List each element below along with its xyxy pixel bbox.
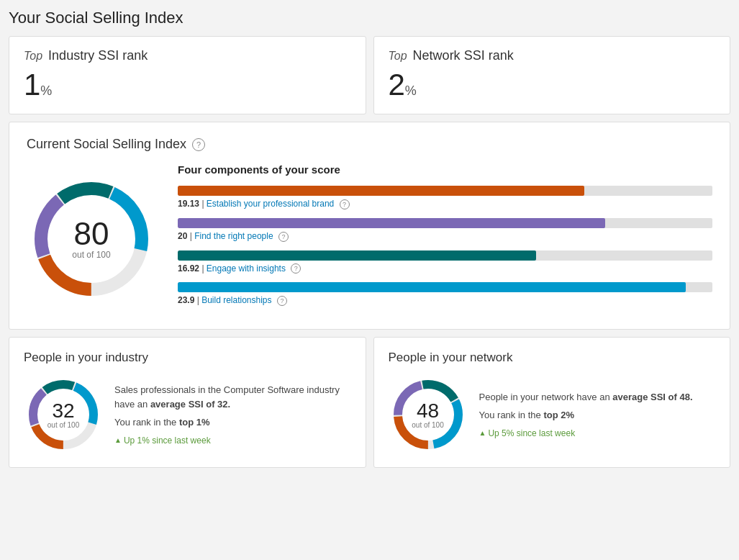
ssi-help-icon[interactable]: ? [192,138,205,151]
industry-rank-value-row: 1% [24,68,351,102]
industry-rank-title: Industry SSI rank [48,48,148,63]
industry-up-indicator: Up 1% since last week [114,434,351,447]
network-rank-card: Top Network SSI rank 2% [373,36,731,114]
component-help-icon-3[interactable]: ? [277,296,287,306]
network-rank-value: 2 [389,68,405,101]
component-link-3[interactable]: Build relationships [201,295,271,305]
component-bar-fill-2 [178,250,536,261]
industry-rank-header: Top Industry SSI rank [24,48,351,63]
component-row-1: 20 | Find the right people ? [178,218,712,242]
industry-people-text: Sales professionals in the Computer Soft… [114,383,351,447]
ssi-card: Current Social Selling Index ? 80 [9,122,730,330]
ssi-donut-chart: 80 out of 100 [27,174,156,304]
component-bar-fill-3 [178,282,686,292]
ssi-content: 80 out of 100 Four components of your sc… [27,163,712,315]
industry-donut-center: 32 out of 100 [47,401,79,429]
component-score-1: 20 [178,231,187,241]
ssi-donut-center: 80 out of 100 [72,218,110,260]
network-score-sub: out of 100 [412,421,443,429]
industry-rank-card: Top Industry SSI rank 1% [9,36,366,114]
component-link-2[interactable]: Engage with insights [207,263,286,274]
components-list: 19.13 | Establish your professional bran… [178,186,712,306]
network-people-content: 48 out of 100 People in your network hav… [389,375,716,454]
industry-top-label: Top [24,50,42,63]
component-score-3: 23.9 [178,295,194,305]
component-bar-fill-1 [178,218,605,228]
network-avg-label: average SSI of 48. [612,392,692,402]
network-rank-header: Top Network SSI rank [389,48,716,63]
network-people-text: People in your network have an average S… [479,390,693,440]
component-link-1[interactable]: Find the right people [194,231,273,241]
component-score-2: 16.92 [178,263,199,274]
component-bar-bg-0 [178,186,712,196]
component-row-3: 23.9 | Build relationships ? [178,282,712,306]
component-label-1: 20 | Find the right people ? [178,231,712,242]
network-people-title: People in your network [389,351,716,365]
component-bar-bg-1 [178,218,712,228]
component-help-icon-1[interactable]: ? [278,232,289,242]
ssi-score: 80 [72,218,110,250]
ssi-title-text: Current Social Selling Index [27,137,186,152]
component-bar-bg-3 [178,282,712,292]
rank-cards-row: Top Industry SSI rank 1% Top Network SSI… [9,36,730,114]
network-desc-p2: You rank in the [479,410,541,420]
ssi-score-sub: out of 100 [72,250,110,260]
industry-avg-label: average SSI of 32. [150,399,230,410]
network-top-label: Top [389,50,407,63]
page-title: Your Social Selling Index [9,9,730,27]
network-rank-pct: % [405,83,417,98]
component-help-icon-0[interactable]: ? [340,199,350,209]
component-score-0: 19.13 [178,199,199,209]
network-mini-donut: 48 out of 100 [389,375,468,454]
network-donut-center: 48 out of 100 [412,401,443,429]
industry-desc-p2: You rank in the [114,417,176,428]
people-cards-row: People in your industry 32 out of 100 Sa… [9,337,730,468]
industry-top-rank: top 1% [179,417,210,428]
component-bar-fill-0 [178,186,584,196]
component-link-0[interactable]: Establish your professional brand [207,199,334,209]
component-help-icon-2[interactable]: ? [291,263,301,274]
industry-rank-pct: % [40,83,52,98]
components-section: Four components of your score 19.13 | Es… [178,163,712,315]
industry-mini-donut: 32 out of 100 [24,375,103,454]
industry-people-content: 32 out of 100 Sales professionals in the… [24,375,351,454]
component-bar-bg-2 [178,250,712,261]
industry-score-sub: out of 100 [47,421,79,429]
network-up-indicator: Up 5% since last week [479,427,693,440]
industry-score: 32 [47,401,79,421]
industry-people-title: People in your industry [24,351,351,365]
network-desc-p1: People in your network have an [479,392,610,402]
network-score: 48 [412,401,443,421]
component-label-2: 16.92 | Engage with insights ? [178,263,712,274]
industry-people-card: People in your industry 32 out of 100 Sa… [9,337,366,468]
network-top-rank: top 2% [543,410,574,420]
component-label-3: 23.9 | Build relationships ? [178,295,712,306]
component-row-0: 19.13 | Establish your professional bran… [178,186,712,209]
network-rank-title: Network SSI rank [413,48,514,63]
industry-rank-value: 1 [24,68,40,101]
network-rank-value-row: 2% [389,68,716,102]
component-label-0: 19.13 | Establish your professional bran… [178,199,712,209]
ssi-title: Current Social Selling Index ? [27,137,712,152]
components-title: Four components of your score [178,163,712,176]
component-row-2: 16.92 | Engage with insights ? [178,250,712,274]
network-people-card: People in your network 48 out of 100 Peo… [373,337,731,468]
